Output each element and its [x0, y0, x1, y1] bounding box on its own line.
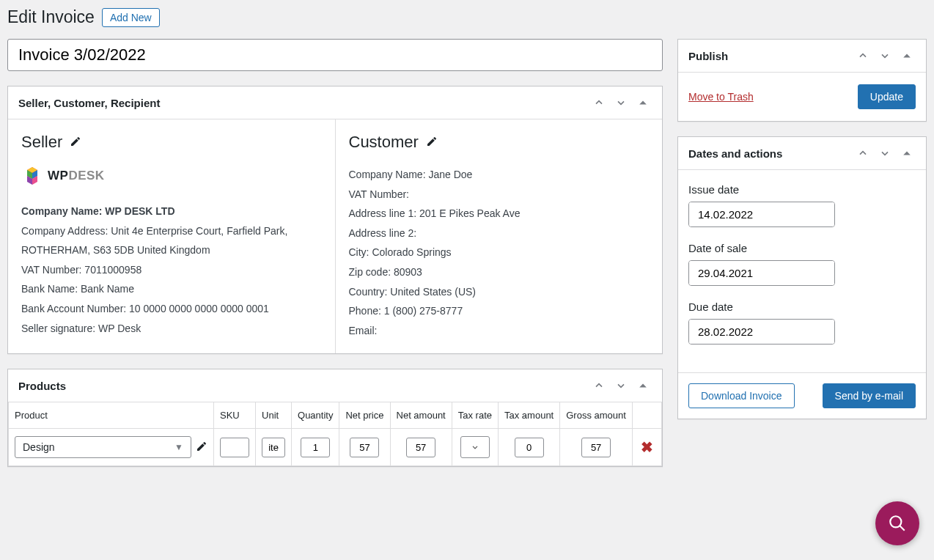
- net-amount-input[interactable]: [406, 438, 435, 457]
- customer-phone: Phone: 1 (800) 275-8777: [349, 301, 650, 321]
- seller-address: Company Address: Unit 4e Enterprise Cour…: [21, 221, 322, 260]
- sale-date-input[interactable]: [689, 261, 835, 285]
- invoice-title-input[interactable]: [7, 39, 663, 71]
- move-up-button[interactable]: [590, 94, 608, 111]
- seller-vat: VAT Number: 7011000958: [21, 260, 322, 280]
- table-header-row: Product SKU Unit Quantity Net price Net …: [9, 402, 662, 429]
- th-tax-rate: Tax rate: [452, 402, 498, 429]
- table-row: Design ▼: [9, 429, 662, 466]
- collapse-button[interactable]: [898, 47, 916, 65]
- issue-date-input[interactable]: [689, 202, 835, 226]
- qty-input[interactable]: [301, 438, 330, 457]
- logo-text-desk: DESK: [68, 169, 104, 183]
- customer-vat: VAT Number:: [349, 185, 650, 205]
- seller-customer-metabox: Seller, Customer, Recipient Seller: [7, 86, 663, 354]
- customer-addr1: Address line 1: 201 E Pikes Peak Ave: [349, 204, 650, 224]
- product-select[interactable]: Design ▼: [15, 436, 191, 458]
- move-up-button[interactable]: [854, 144, 872, 162]
- scr-heading: Seller, Customer, Recipient: [18, 97, 160, 109]
- edit-seller-icon[interactable]: [70, 136, 81, 150]
- delete-row-icon[interactable]: ✖: [641, 439, 653, 455]
- gross-amount-input[interactable]: [581, 438, 611, 457]
- publish-heading: Publish: [688, 50, 728, 62]
- tax-rate-select[interactable]: [460, 436, 490, 458]
- seller-bank: Bank Name: Bank Name: [21, 279, 322, 299]
- add-new-button[interactable]: Add New: [102, 8, 160, 27]
- th-gross-amount: Gross amount: [560, 402, 633, 429]
- seller-logo: WPDESK: [21, 165, 322, 187]
- move-to-trash-link[interactable]: Move to Trash: [688, 91, 754, 103]
- collapse-button[interactable]: [634, 94, 652, 111]
- update-button[interactable]: Update: [858, 84, 916, 109]
- seller-company: Company Name: WP DESK LTD: [21, 202, 322, 221]
- customer-city: City: Colorado Springs: [349, 243, 650, 262]
- page-title: Edit Invoice: [7, 7, 95, 27]
- customer-zip: Zip code: 80903: [349, 262, 650, 282]
- unit-input[interactable]: [262, 438, 285, 457]
- seller-signature: Seller signature: WP Desk: [21, 319, 322, 339]
- move-down-button[interactable]: [612, 94, 630, 111]
- edit-customer-icon[interactable]: [426, 136, 438, 150]
- customer-email: Email:: [349, 321, 650, 341]
- caret-down-icon: ▼: [174, 442, 183, 452]
- collapse-button[interactable]: [634, 377, 652, 394]
- logo-text-wp: WP: [48, 169, 68, 183]
- edit-product-icon[interactable]: [196, 441, 207, 454]
- th-net-amount: Net amount: [390, 402, 452, 429]
- sale-date-label: Date of sale: [688, 242, 916, 254]
- seller-heading: Seller: [21, 133, 62, 152]
- move-up-button[interactable]: [854, 47, 872, 65]
- send-email-button[interactable]: Send by e-mail: [823, 383, 916, 408]
- dates-heading: Dates and actions: [688, 147, 782, 160]
- due-date-input[interactable]: [689, 320, 835, 344]
- products-heading: Products: [18, 380, 66, 392]
- customer-addr2: Address line 2:: [349, 224, 650, 243]
- download-invoice-button[interactable]: Download Invoice: [688, 383, 795, 408]
- net-price-input[interactable]: [350, 438, 379, 457]
- collapse-button[interactable]: [898, 144, 916, 162]
- publish-metabox: Publish Move to Trash Update: [677, 39, 927, 122]
- seller-account: Bank Account Number: 10 0000 0000 0000 0…: [21, 299, 322, 319]
- th-product: Product: [9, 402, 214, 429]
- th-net-price: Net price: [339, 402, 390, 429]
- sku-input[interactable]: [220, 438, 249, 457]
- dates-metabox: Dates and actions Issue date: [677, 136, 927, 419]
- th-tax-amount: Tax amount: [499, 402, 560, 429]
- th-unit: Unit: [256, 402, 292, 429]
- issue-date-label: Issue date: [688, 183, 916, 196]
- products-metabox: Products Product SKU Unit Quantity: [7, 369, 663, 467]
- move-down-button[interactable]: [876, 47, 894, 65]
- th-sku: SKU: [214, 402, 256, 429]
- product-select-value: Design: [23, 441, 55, 453]
- due-date-label: Due date: [688, 301, 916, 313]
- customer-company: Company Name: Jane Doe: [349, 165, 650, 185]
- move-up-button[interactable]: [590, 377, 608, 394]
- move-down-button[interactable]: [876, 144, 894, 162]
- th-qty: Quantity: [292, 402, 339, 429]
- tax-amount-input[interactable]: [515, 438, 544, 457]
- customer-heading: Customer: [349, 133, 419, 152]
- move-down-button[interactable]: [612, 377, 630, 394]
- customer-country: Country: United States (US): [349, 282, 650, 302]
